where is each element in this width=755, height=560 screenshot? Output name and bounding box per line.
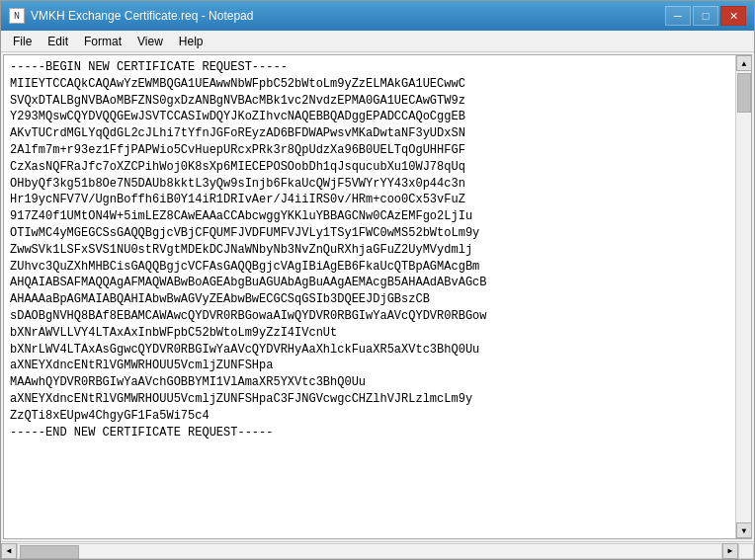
title-bar: N VMKH Exchange Certificate.req - Notepa…: [1, 1, 754, 31]
scroll-up-button[interactable]: ▲: [736, 55, 752, 71]
app-icon-label: N: [14, 11, 20, 22]
bottom-bar: ◀ ▶: [1, 541, 754, 559]
menu-file[interactable]: File: [5, 32, 40, 51]
scroll-down-button[interactable]: ▼: [736, 522, 752, 538]
scroll-left-button[interactable]: ◀: [1, 543, 17, 559]
title-bar-controls: ─ □ ✕: [665, 6, 746, 26]
minimize-button[interactable]: ─: [665, 6, 691, 26]
window-title: VMKH Exchange Certificate.req - Notepad: [31, 9, 253, 23]
scroll-corner: [738, 543, 754, 559]
text-editor[interactable]: -----BEGIN NEW CERTIFICATE REQUEST----- …: [4, 55, 735, 538]
notepad-window: N VMKH Exchange Certificate.req - Notepa…: [0, 0, 755, 560]
scroll-right-button[interactable]: ▶: [722, 543, 738, 559]
scroll-track-v[interactable]: [736, 71, 751, 522]
menu-help[interactable]: Help: [171, 32, 211, 51]
maximize-button[interactable]: □: [693, 6, 718, 26]
menu-view[interactable]: View: [129, 32, 171, 51]
menu-format[interactable]: Format: [76, 32, 129, 51]
menu-edit[interactable]: Edit: [40, 32, 76, 51]
title-bar-left: N VMKH Exchange Certificate.req - Notepa…: [9, 8, 253, 24]
menu-bar: File Edit Format View Help: [1, 31, 754, 52]
scroll-thumb-v[interactable]: [737, 73, 751, 113]
app-icon: N: [9, 8, 25, 24]
content-area: -----BEGIN NEW CERTIFICATE REQUEST----- …: [3, 54, 752, 539]
scroll-track-h[interactable]: [17, 543, 722, 559]
vertical-scrollbar[interactable]: ▲ ▼: [735, 55, 751, 538]
close-button[interactable]: ✕: [720, 6, 746, 26]
scroll-thumb-h[interactable]: [20, 545, 79, 559]
